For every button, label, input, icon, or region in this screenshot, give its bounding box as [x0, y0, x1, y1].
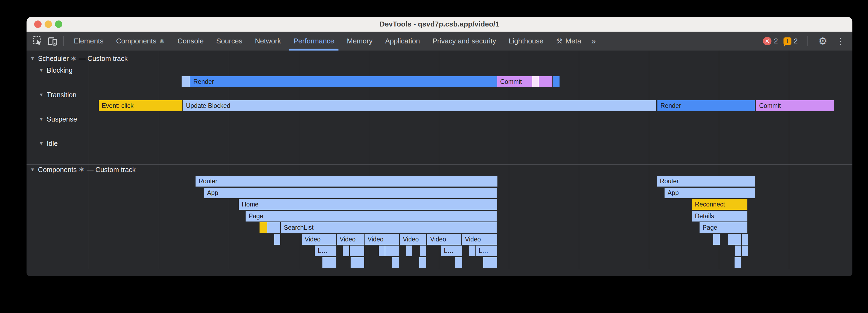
tab-lighthouse[interactable]: Lighthouse: [502, 32, 550, 50]
flame-bar-app[interactable]: App: [204, 188, 497, 198]
flame-bar[interactable]: [343, 246, 349, 256]
collapse-triangle-icon[interactable]: ▼: [39, 139, 44, 147]
settings-gear-button[interactable]: ⚙: [817, 35, 829, 47]
flame-bar-details[interactable]: Details: [692, 211, 747, 221]
flame-bar-video[interactable]: Video: [302, 234, 336, 245]
flame-bar-video[interactable]: Video: [337, 234, 364, 245]
flame-bar[interactable]: [483, 257, 497, 268]
lane-blocking-label: Blocking: [47, 66, 73, 74]
flame-bar-label: Video: [302, 236, 320, 243]
flame-bar-home[interactable]: Home: [239, 199, 497, 210]
timeline-gridline: [649, 50, 649, 269]
lane-suspense[interactable]: ▼Suspense: [39, 115, 77, 123]
tab-components[interactable]: Components⚛: [110, 32, 171, 50]
flame-bar-reconnect[interactable]: Reconnect: [692, 199, 747, 210]
flame-bar-page[interactable]: Page: [246, 211, 497, 221]
window-title: DevTools - qsvd7p.csb.app/video/1: [379, 20, 499, 28]
collapse-triangle-icon[interactable]: ▼: [30, 166, 35, 174]
tab-network[interactable]: Network: [249, 32, 287, 50]
flame-bar-render[interactable]: Render: [657, 100, 755, 111]
flame-bar-video[interactable]: Video: [400, 234, 426, 245]
error-icon: ✕: [763, 37, 772, 45]
tab-performance[interactable]: Performance: [287, 32, 340, 50]
tab-elements[interactable]: Elements: [67, 32, 110, 50]
more-tabs-button[interactable]: »: [587, 37, 600, 46]
flame-bar[interactable]: [406, 246, 412, 256]
tab-label: Sources: [216, 37, 242, 45]
toolbar-divider: [63, 36, 64, 46]
collapse-triangle-icon[interactable]: ▼: [39, 66, 44, 74]
tab-meta[interactable]: ⚒Meta: [550, 32, 587, 50]
device-toolbar-button[interactable]: [45, 34, 59, 48]
flame-bar-app[interactable]: App: [664, 188, 755, 198]
flame-bar[interactable]: [350, 246, 364, 256]
flame-bar[interactable]: [539, 76, 552, 87]
tab-sources[interactable]: Sources: [210, 32, 249, 50]
flame-bar-l[interactable]: L…: [315, 246, 336, 256]
flame-bar[interactable]: [182, 76, 190, 87]
flame-bar-router[interactable]: Router: [195, 176, 497, 186]
flame-bar[interactable]: [553, 76, 560, 87]
flame-bar[interactable]: [350, 257, 364, 268]
lane-transition[interactable]: ▼Transition: [39, 91, 76, 99]
flame-bar-label: Router: [195, 177, 217, 185]
toolbar-right: ✕ 2 ! 2 ⚙ ⋮: [763, 35, 846, 47]
tab-label: Lighthouse: [509, 37, 544, 45]
flame-bar-page[interactable]: Page: [700, 222, 747, 233]
collapse-triangle-icon[interactable]: ▼: [30, 54, 35, 63]
flame-bar[interactable]: [267, 222, 280, 233]
performance-flame-chart[interactable]: ▼Scheduler ⚛ — Custom track▼Blocking▼Tra…: [27, 50, 852, 276]
collapse-triangle-icon[interactable]: ▼: [39, 115, 44, 123]
device-toolbar-icon: [46, 35, 58, 47]
flame-bar[interactable]: [728, 234, 741, 245]
flame-bar[interactable]: [713, 234, 720, 245]
flame-bar-video[interactable]: Video: [365, 234, 399, 245]
flame-bar-l[interactable]: L…: [475, 246, 497, 256]
flame-bar-commit[interactable]: Commit: [497, 76, 532, 87]
flame-bar[interactable]: [742, 234, 748, 245]
flame-bar-event-click[interactable]: Event: click: [99, 100, 182, 111]
flame-bar[interactable]: [379, 246, 385, 256]
flame-bar[interactable]: [735, 246, 741, 256]
lane-transition-label: Transition: [47, 91, 76, 99]
tab-console[interactable]: Console: [171, 32, 210, 50]
tab-application[interactable]: Application: [379, 32, 426, 50]
inspect-element-button[interactable]: [31, 34, 45, 48]
flame-bar[interactable]: [385, 246, 399, 256]
flame-bar[interactable]: [455, 257, 462, 268]
tab-memory[interactable]: Memory: [340, 32, 379, 50]
flame-bar[interactable]: [469, 246, 475, 256]
flame-bar-video[interactable]: Video: [427, 234, 461, 245]
flame-bar-searchlist[interactable]: SearchList: [281, 222, 497, 233]
error-badge[interactable]: ✕ 2: [763, 37, 778, 45]
flame-bar-commit[interactable]: Commit: [756, 100, 834, 111]
track-header-scheduler[interactable]: ▼Scheduler ⚛ — Custom track: [30, 54, 128, 63]
flame-bar-video[interactable]: Video: [462, 234, 497, 245]
collapse-triangle-icon[interactable]: ▼: [39, 91, 44, 99]
more-options-menu-button[interactable]: ⋮: [834, 36, 846, 46]
devtools-toolbar: ElementsComponents⚛ConsoleSourcesNetwork…: [27, 32, 852, 50]
minimize-button[interactable]: [44, 21, 52, 28]
flame-bar-router[interactable]: Router: [657, 176, 755, 186]
tab-privacy-and-security[interactable]: Privacy and security: [426, 32, 502, 50]
flame-bar-label: L…: [475, 247, 489, 254]
flame-bar[interactable]: [532, 76, 539, 87]
flame-bar-render[interactable]: Render: [190, 76, 497, 87]
lane-blocking[interactable]: ▼Blocking: [39, 66, 72, 74]
flame-bar[interactable]: [322, 257, 336, 268]
flame-bar[interactable]: [735, 257, 741, 268]
flame-bar[interactable]: [392, 257, 399, 268]
warning-badge[interactable]: ! 2: [783, 37, 798, 45]
flame-bar-l[interactable]: L…: [441, 246, 462, 256]
flame-bar[interactable]: [420, 246, 426, 256]
zoom-button[interactable]: [55, 21, 62, 28]
flame-bar[interactable]: [259, 222, 267, 233]
flame-bar[interactable]: [419, 257, 426, 268]
track-header-components[interactable]: ▼Components ⚛ — Custom track: [30, 166, 136, 174]
track-header-components-label: Components ⚛ — Custom track: [38, 166, 136, 174]
flame-bar[interactable]: [274, 234, 280, 245]
flame-bar-update-blocked[interactable]: Update Blocked: [183, 100, 656, 111]
close-button[interactable]: [34, 21, 41, 28]
flame-bar[interactable]: [742, 246, 748, 256]
lane-idle[interactable]: ▼Idle: [39, 139, 58, 147]
